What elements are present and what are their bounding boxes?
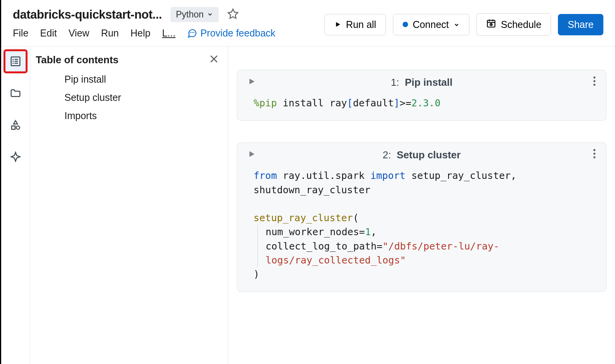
cell[interactable]: 2: Setup cluster from ray.util.spark imp…: [237, 142, 606, 292]
toc-list: Pip install Setup cluster Imports: [36, 74, 223, 121]
cell-run-button[interactable]: [247, 150, 256, 160]
chevron-down-icon: [453, 19, 460, 30]
cell-run-button[interactable]: [247, 77, 256, 87]
toc-panel: Table of contents Pip install Setup clus…: [30, 47, 228, 364]
cell-name: Pip install: [405, 76, 453, 88]
menu-edit[interactable]: Edit: [40, 28, 57, 39]
svg-point-26: [593, 80, 595, 82]
language-selector[interactable]: Python: [170, 7, 219, 22]
cell-header: 1: Pip install: [245, 76, 598, 88]
feedback-icon: [187, 28, 197, 38]
calendar-icon: [486, 18, 496, 31]
cell-kebab-menu[interactable]: [593, 148, 596, 161]
chevron-down-icon: [207, 9, 213, 20]
play-icon: [334, 19, 341, 30]
toc-icon: [10, 55, 21, 67]
rail-toc-button[interactable]: [5, 50, 26, 72]
cell-name: Setup cluster: [397, 149, 461, 161]
schedule-button[interactable]: Schedule: [476, 13, 551, 36]
cell-title: 2: Setup cluster: [383, 149, 461, 161]
cell-kebab-menu[interactable]: [593, 76, 596, 88]
svg-marker-19: [14, 121, 17, 124]
svg-point-31: [593, 156, 595, 158]
cell-code[interactable]: %pip install ray[default]>=2.3.0: [245, 95, 598, 112]
close-icon[interactable]: [208, 54, 219, 66]
menu-view[interactable]: View: [68, 28, 89, 39]
svg-point-21: [16, 126, 20, 130]
topbar-right: Run all Connect Schedule Share: [325, 7, 603, 36]
toc-item[interactable]: Imports: [64, 110, 223, 121]
feedback-label: Provide feedback: [200, 28, 275, 39]
svg-point-27: [593, 84, 595, 86]
folder-icon: [10, 87, 21, 99]
menu-run[interactable]: Run: [101, 28, 119, 39]
rail-sparkle-button[interactable]: [5, 146, 26, 168]
menu-help[interactable]: Help: [130, 28, 150, 39]
star-icon[interactable]: [227, 8, 239, 21]
toc-title: Table of contents: [36, 54, 118, 66]
share-label: Share: [568, 19, 594, 30]
provide-feedback-link[interactable]: Provide feedback: [187, 28, 275, 39]
sidebar-rail: [1, 47, 30, 364]
menu-last[interactable]: L...: [162, 28, 175, 39]
status-dot-icon: [403, 22, 408, 27]
toc-item[interactable]: Pip install: [64, 74, 223, 85]
cell-title: 1: Pip install: [391, 76, 453, 88]
sparkle-icon: [10, 151, 21, 163]
share-button[interactable]: Share: [558, 14, 603, 35]
run-all-label: Run all: [346, 19, 376, 30]
svg-point-30: [593, 153, 595, 155]
notebook-title[interactable]: databricks-quickstart-not...: [13, 8, 162, 22]
svg-rect-20: [12, 126, 15, 130]
language-label: Python: [176, 9, 204, 20]
cell[interactable]: 1: Pip install %pip install ray[default]…: [237, 70, 606, 121]
menu-bar: File Edit View Run Help L... Provide fee…: [13, 28, 325, 39]
notebook-area: 1: Pip install %pip install ray[default]…: [228, 47, 615, 364]
svg-point-29: [593, 149, 595, 151]
rail-shapes-button[interactable]: [5, 114, 26, 136]
cell-header: 2: Setup cluster: [245, 149, 598, 161]
svg-marker-4: [336, 22, 341, 27]
cell-number: 1:: [391, 76, 400, 88]
body-area: Table of contents Pip install Setup clus…: [1, 47, 615, 364]
run-all-button[interactable]: Run all: [325, 14, 386, 35]
cell-code[interactable]: from ray.util.spark import setup_ray_clu…: [245, 167, 598, 283]
svg-marker-28: [250, 151, 255, 157]
schedule-label: Schedule: [501, 19, 541, 30]
cell-number: 2:: [383, 149, 391, 161]
toc-header: Table of contents: [36, 54, 223, 66]
svg-point-25: [593, 76, 595, 78]
svg-marker-0: [228, 9, 238, 18]
svg-marker-24: [250, 79, 255, 85]
topbar: databricks-quickstart-not... Python File…: [1, 0, 615, 47]
topbar-left: databricks-quickstart-not... Python File…: [13, 7, 325, 39]
title-row: databricks-quickstart-not... Python: [13, 7, 325, 22]
shapes-icon: [10, 119, 21, 131]
connect-label: Connect: [413, 19, 449, 30]
connect-button[interactable]: Connect: [393, 14, 469, 35]
menu-file[interactable]: File: [13, 28, 28, 39]
rail-folder-button[interactable]: [5, 82, 26, 104]
toc-item[interactable]: Setup cluster: [64, 92, 223, 103]
